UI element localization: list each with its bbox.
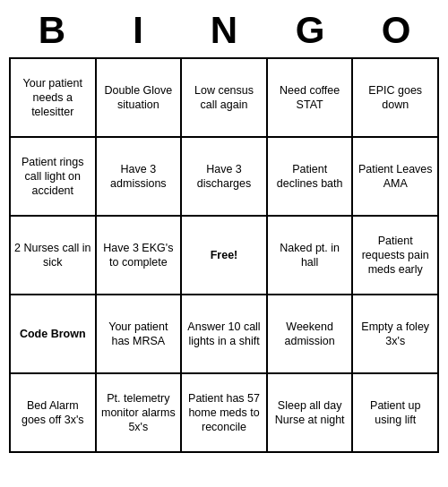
letter-i: I xyxy=(102,9,174,52)
cell-r2-c3: Naked pt. in hall xyxy=(267,216,353,295)
cell-r1-c2: Have 3 discharges xyxy=(181,137,267,216)
letter-n: N xyxy=(188,9,260,52)
cell-r0-c1: Double Glove situation xyxy=(96,58,182,137)
cell-r0-c2: Low census call again xyxy=(181,58,267,137)
letter-g: G xyxy=(274,9,346,52)
letter-o: O xyxy=(360,9,432,52)
cell-r1-c0: Patient rings call light on accident xyxy=(10,137,96,216)
cell-r0-c4: EPIC goes down xyxy=(352,58,438,137)
letter-b: B xyxy=(16,9,88,52)
cell-r4-c0: Bed Alarm goes off 3x's xyxy=(10,373,96,452)
cell-r1-c3: Patient declines bath xyxy=(267,137,353,216)
cell-r0-c3: Need coffee STAT xyxy=(267,58,353,137)
cell-r2-c4: Patient requests pain meds early xyxy=(352,216,438,295)
cell-r1-c1: Have 3 admissions xyxy=(96,137,182,216)
cell-r2-c0: 2 Nurses call in sick xyxy=(10,216,96,295)
cell-r2-c2: Free! xyxy=(181,216,267,295)
cell-r0-c0: Your patient needs a telesitter xyxy=(10,58,96,137)
bingo-grid: Your patient needs a telesitterDouble Gl… xyxy=(9,57,439,453)
cell-r3-c3: Weekend admission xyxy=(267,295,353,373)
cell-r3-c1: Your patient has MRSA xyxy=(96,295,182,373)
cell-r4-c3: Sleep all day Nurse at night xyxy=(267,373,353,452)
cell-r4-c4: Patient up using lift xyxy=(352,373,438,452)
cell-r1-c4: Patient Leaves AMA xyxy=(352,137,438,216)
cell-r3-c0: Code Brown xyxy=(10,295,96,373)
cell-r4-c1: Pt. telemetry monitor alarms 5x's xyxy=(96,373,182,452)
cell-r3-c4: Empty a foley 3x's xyxy=(352,295,438,373)
cell-r3-c2: Answer 10 call lights in a shift xyxy=(181,295,267,373)
cell-r2-c1: Have 3 EKG's to complete xyxy=(96,216,182,295)
bingo-title: B I N G O xyxy=(9,0,439,57)
cell-r4-c2: Patient has 57 home meds to reconcile xyxy=(181,373,267,452)
